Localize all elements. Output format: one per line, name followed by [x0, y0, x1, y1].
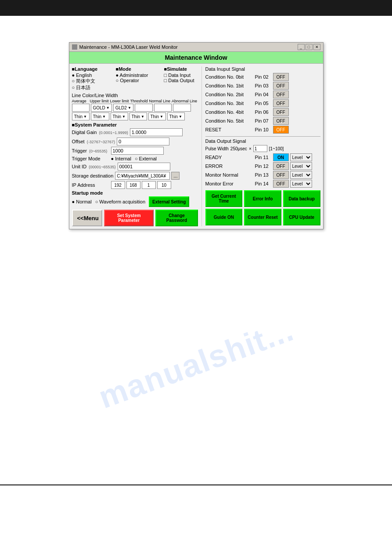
trigger-input[interactable]: [111, 147, 164, 155]
color-avg-dropdown[interactable]: BLK▼: [72, 104, 90, 112]
radio-normal[interactable]: ● Normal: [72, 199, 92, 204]
thick-lower[interactable]: Thin▼: [111, 112, 128, 120]
output-signal-error: ERROR Pin 12 OFF Level: [205, 162, 320, 170]
pulse-width-label: Pulse Width: [205, 146, 229, 151]
monitor-normal-signal-btn[interactable]: OFF: [273, 171, 289, 179]
normal-col-label: Normal Line: [149, 99, 171, 103]
input-signal-btn-4[interactable]: OFF: [273, 108, 289, 116]
language-label: ■Language: [72, 66, 111, 72]
pulse-range: [1~100]: [269, 146, 284, 151]
thick-abnormal[interactable]: Thin▼: [167, 112, 185, 120]
radio-external[interactable]: ○ External: [135, 156, 157, 161]
storage-label: Storage destination: [72, 173, 114, 178]
radio-internal[interactable]: ● Internal: [111, 156, 131, 161]
radio-waveform[interactable]: ○ Waveform acquisition: [95, 199, 145, 204]
trigger-mode-row: Trigger Mode ● Internal ○ External: [72, 156, 198, 161]
color-lower-dropdown[interactable]: GLD2▼: [113, 104, 133, 112]
radio-administrator[interactable]: ● Administrator: [116, 73, 160, 78]
change-password-button[interactable]: Change Password: [155, 210, 198, 226]
cpu-update-button[interactable]: CPU Update: [283, 209, 320, 225]
ip-input-1[interactable]: [111, 181, 125, 189]
radio-english[interactable]: ● English: [72, 73, 111, 78]
output-signal-ready: READY Pin 11 ON Level: [205, 153, 320, 161]
external-setting-button[interactable]: External Setting: [149, 196, 189, 207]
data-output-title: Data Output Signal: [205, 138, 320, 144]
error-level-select[interactable]: Level: [290, 162, 312, 170]
window-title: Maintenance - MM-L300A Laser Weld Monito…: [79, 44, 298, 50]
unit-id-label: Unit ID (00001~65535): [72, 164, 116, 169]
unit-id-input[interactable]: [118, 163, 170, 170]
ip-input-2[interactable]: [126, 181, 140, 189]
data-output-signal-section: Data Output Signal Pulse Width 250μsec ×…: [205, 138, 320, 188]
signal-row-2: Condition No. 2bit Pin 04 OFF: [205, 91, 320, 98]
error-signal-btn[interactable]: OFF: [273, 162, 289, 170]
radio-chinese[interactable]: ○ 简体中文: [72, 78, 111, 84]
checkbox-data-input[interactable]: □ Data Input: [164, 73, 204, 78]
checkbox-data-output[interactable]: □ Data Output: [164, 78, 204, 83]
digital-gain-label: Digital Gain (0.0001~1.9999): [72, 130, 128, 135]
color-normal-dropdown[interactable]: BLU▼: [154, 104, 172, 112]
input-signal-btn-3[interactable]: OFF: [273, 99, 289, 107]
radio-japanese[interactable]: ○ 日本語: [72, 84, 111, 91]
color-threshold-dropdown[interactable]: PUR▼: [135, 104, 153, 112]
monitor-error-level-select[interactable]: Level: [290, 180, 312, 188]
storage-input[interactable]: [115, 172, 170, 180]
line-color-label: Line Color/Line Width: [72, 93, 198, 98]
minimize-button[interactable]: _: [298, 44, 305, 50]
output-signal-monitor-normal: Monitor Normal Pin 13 OFF Level: [205, 171, 320, 179]
output-signal-monitor-error: Monitor Error Pin 14 OFF Level: [205, 180, 320, 188]
pulse-multiplier-input[interactable]: [253, 145, 267, 152]
guide-on-button[interactable]: Guide ON: [205, 209, 243, 225]
system-param-section: ■System Parameter Digital Gain (0.0001~1…: [72, 122, 198, 189]
ip-inputs: [111, 181, 171, 189]
monitor-normal-level-select[interactable]: Level: [290, 171, 312, 179]
mode-section: ■Mode ● Administrator ○ Operator: [116, 66, 160, 91]
input-signal-btn-5[interactable]: OFF: [273, 117, 289, 125]
trigger-mode-radios: ● Internal ○ External: [111, 156, 157, 161]
get-current-time-button[interactable]: Get Current Time: [205, 190, 243, 207]
data-input-title: Data Inuput Signal: [205, 66, 320, 72]
error-info-button[interactable]: Error Info: [244, 190, 281, 207]
input-signal-btn-1[interactable]: OFF: [273, 82, 289, 90]
ip-address-row: IP Address: [72, 181, 198, 189]
startup-mode-label: Startup mode: [72, 190, 198, 196]
close-button[interactable]: ✕: [313, 44, 320, 50]
startup-mode-radios: ● Normal ○ Waveform acquisition External…: [72, 196, 198, 207]
system-param-label: ■System Parameter: [72, 122, 198, 127]
right-bottom-btns-row1: Get Current Time Error Info Data backup: [205, 190, 320, 207]
line-color-section: Line Color/Line Width Average Upper limi…: [72, 93, 198, 120]
simulate-section: ■Simulate □ Data Input □ Data Output: [164, 66, 204, 91]
startup-mode-section: Startup mode ● Normal ○ Waveform acquisi…: [72, 190, 198, 207]
digital-gain-input[interactable]: [130, 128, 183, 136]
trigger-row: Trigger (0~65535): [72, 147, 198, 155]
thick-upper[interactable]: Thin▼: [91, 112, 109, 120]
main-title: Maintenance Window: [69, 52, 323, 64]
restore-button[interactable]: □: [306, 44, 313, 50]
ready-signal-btn[interactable]: ON: [273, 153, 289, 161]
thick-normal[interactable]: Thin▼: [148, 112, 166, 120]
ip-input-3[interactable]: [142, 181, 156, 189]
set-system-parameter-button[interactable]: Set System Parameter: [104, 210, 154, 226]
menu-button[interactable]: <<Menu: [72, 210, 102, 226]
storage-browse-button[interactable]: ...: [171, 172, 180, 180]
thick-avg[interactable]: Thin▼: [72, 112, 90, 120]
reset-signal-btn[interactable]: OFF: [273, 126, 289, 134]
ready-level-select[interactable]: Level: [290, 153, 312, 161]
data-backup-button[interactable]: Data backup: [283, 190, 320, 207]
color-upper-dropdown[interactable]: GOLD▼: [91, 104, 112, 112]
counter-reset-button[interactable]: Counter Reset: [244, 209, 281, 225]
signal-row-0: Condition No. 0bit Pin 02 OFF: [205, 73, 320, 81]
input-signal-btn-0[interactable]: OFF: [273, 73, 289, 81]
monitor-error-signal-btn[interactable]: OFF: [273, 180, 289, 188]
input-signal-btn-2[interactable]: OFF: [273, 91, 289, 98]
thick-threshold[interactable]: Thin▼: [129, 112, 147, 120]
left-panel: ■Language ● English ○ 简体中文 ○ 日本語: [72, 66, 201, 226]
window-titlebar: Maintenance - MM-L300A Laser Weld Monito…: [69, 43, 323, 52]
offset-label: Offset (-32767~32767): [72, 139, 115, 144]
mode-label: ■Mode: [116, 66, 160, 72]
bottom-line: [0, 484, 392, 486]
color-abnormal-dropdown[interactable]: RED▼: [173, 104, 191, 112]
radio-operator[interactable]: ○ Operator: [116, 78, 160, 83]
offset-input[interactable]: [117, 138, 169, 145]
ip-input-4[interactable]: [157, 181, 171, 189]
